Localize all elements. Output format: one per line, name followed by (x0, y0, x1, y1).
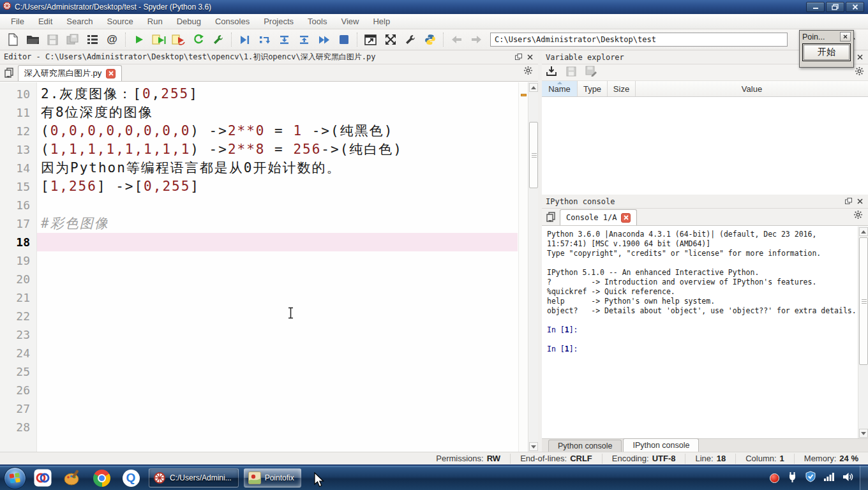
column-header-name[interactable]: Name (542, 81, 578, 96)
run-cell-icon[interactable] (149, 31, 168, 48)
code-text[interactable]: 2.灰度图像：[0,255] (37, 85, 518, 103)
code-text[interactable]: (0,0,0,0,0,0,0,0) ->2**0 = 1 ->(纯黑色) (37, 122, 518, 140)
code-line-12[interactable]: 12(0,0,0,0,0,0,0,0) ->2**0 = 1 ->(纯黑色) (0, 122, 518, 140)
code-text[interactable] (37, 344, 518, 362)
code-text[interactable]: 有8位深度的图像 (37, 103, 518, 122)
stop-debug-icon[interactable] (334, 31, 354, 48)
recording-tray-icon[interactable] (770, 473, 779, 483)
run-cell-advance-icon[interactable] (168, 31, 188, 48)
menu-run[interactable]: Run (140, 15, 170, 28)
taskbar-paint-app-icon[interactable] (59, 468, 85, 488)
code-text[interactable] (37, 288, 518, 307)
menu-file[interactable]: File (4, 15, 31, 28)
code-line-13[interactable]: 13(1,1,1,1,1,1,1,1) ->2**8 = 256->(纯白色) (0, 140, 518, 159)
tools-icon[interactable] (400, 31, 420, 48)
maximize-pane-icon[interactable] (361, 31, 380, 48)
minimize-button[interactable] (806, 2, 825, 12)
taskbar-button-pointofix[interactable]: Pointofix (244, 468, 301, 487)
code-analysis-icon[interactable]: @ (102, 31, 122, 48)
tab-ipython-console[interactable]: IPython console (623, 438, 699, 452)
code-line-10[interactable]: 102.灰度图像：[0,255] (0, 85, 518, 103)
import-data-icon[interactable] (546, 66, 557, 79)
working-directory-input[interactable] (490, 33, 788, 47)
show-desktop-button[interactable] (860, 466, 868, 490)
code-text[interactable] (37, 233, 518, 251)
code-line-15[interactable]: 15[1,256] ->[0,255] (0, 177, 518, 196)
menu-view[interactable]: View (334, 15, 366, 28)
power-plug-tray-icon[interactable] (788, 471, 797, 485)
code-text[interactable] (37, 418, 518, 436)
scroll-down-arrow[interactable] (859, 429, 868, 438)
save-icon[interactable] (43, 31, 63, 48)
open-file-icon[interactable] (23, 31, 43, 48)
code-text[interactable] (37, 251, 518, 270)
rerun-icon[interactable] (188, 31, 208, 48)
code-line-27[interactable]: 27 (0, 399, 518, 418)
menu-source[interactable]: Source (100, 15, 140, 28)
code-text[interactable] (37, 325, 518, 344)
code-editor[interactable]: 102.灰度图像：[0,255]11有8位深度的图像12(0,0,0,0,0,0… (0, 82, 538, 452)
menu-projects[interactable]: Projects (257, 15, 301, 28)
code-line-24[interactable]: 24 (0, 344, 518, 362)
editor-options-gear-icon[interactable] (523, 66, 533, 78)
code-text[interactable] (37, 270, 518, 288)
code-text[interactable] (37, 362, 518, 381)
scroll-down-arrow[interactable] (529, 442, 538, 451)
code-line-28[interactable]: 28 (0, 418, 518, 436)
continue-icon[interactable] (314, 31, 334, 48)
back-icon[interactable] (447, 31, 467, 48)
pointofix-close-icon[interactable] (840, 32, 851, 41)
code-line-26[interactable]: 26 (0, 381, 518, 399)
tab-python-console[interactable]: Python console (548, 440, 622, 452)
console-vertical-scrollbar[interactable] (858, 226, 868, 438)
taskbar-app-icon-1[interactable] (30, 468, 56, 488)
outline-icon[interactable] (82, 31, 102, 48)
run-config-icon[interactable] (208, 31, 228, 48)
step-return-icon[interactable] (294, 31, 314, 48)
menu-search[interactable]: Search (59, 15, 100, 28)
volume-tray-icon[interactable] (842, 472, 853, 484)
code-text[interactable] (37, 399, 518, 418)
code-line-21[interactable]: 21 (0, 288, 518, 307)
start-button[interactable] (4, 467, 26, 489)
undock-pane-icon[interactable] (845, 197, 852, 206)
close-button[interactable] (846, 2, 864, 12)
column-header-value[interactable]: Value (636, 81, 868, 96)
step-into-icon[interactable] (274, 31, 294, 48)
taskbar-chrome-icon[interactable] (89, 468, 114, 488)
menu-debug[interactable]: Debug (170, 15, 208, 28)
python-logo-icon[interactable] (420, 31, 440, 48)
security-shield-tray-icon[interactable] (805, 471, 816, 485)
editor-tab[interactable]: 深入研究黑白图片.py (18, 65, 122, 81)
menu-consoles[interactable]: Consoles (208, 15, 257, 28)
forward-icon[interactable] (467, 31, 486, 48)
code-line-22[interactable]: 22 (0, 307, 518, 325)
code-line-23[interactable]: 23 (0, 325, 518, 344)
undock-pane-icon[interactable] (515, 53, 522, 62)
code-line-14[interactable]: 14因为Python等编程语言都是从0开始计数的。 (0, 159, 518, 177)
menu-edit[interactable]: Edit (31, 15, 59, 28)
save-data-icon[interactable] (566, 66, 576, 79)
console-options-gear-icon[interactable] (853, 210, 863, 222)
taskbar-button-spyder[interactable]: C:/Users/Admini... (149, 468, 239, 487)
column-header-type[interactable]: Type (578, 81, 608, 96)
scroll-up-arrow[interactable] (859, 227, 868, 236)
code-line-19[interactable]: 19 (0, 251, 518, 270)
code-text[interactable]: #彩色图像 (37, 214, 518, 233)
code-line-16[interactable]: 16 (0, 196, 518, 214)
close-pane-icon[interactable] (857, 197, 863, 206)
browse-tabs-icon[interactable] (543, 209, 560, 225)
warning-marker[interactable] (521, 94, 527, 96)
variable-explorer-options-gear-icon[interactable] (855, 66, 864, 78)
network-signal-tray-icon[interactable] (824, 472, 834, 484)
console-tab[interactable]: Console 1/A (560, 209, 637, 225)
restore-button[interactable] (826, 2, 844, 12)
code-line-17[interactable]: 17#彩色图像 (0, 214, 518, 233)
code-text[interactable] (37, 196, 518, 214)
menu-tools[interactable]: Tools (301, 15, 334, 28)
pointofix-start-button[interactable]: 开始 (804, 45, 849, 60)
code-text[interactable]: [1,256] ->[0,255] (37, 177, 518, 196)
scrollbar-thumb[interactable] (529, 122, 538, 188)
code-line-11[interactable]: 11有8位深度的图像 (0, 103, 518, 122)
save-all-icon[interactable] (63, 31, 82, 48)
